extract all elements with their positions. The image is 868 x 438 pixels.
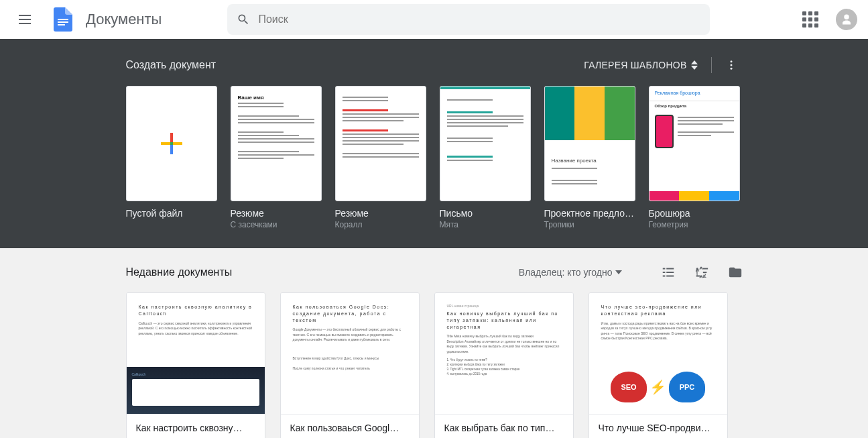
document-thumbnail: Что лучше seo-продвижение или контекстна… — [589, 293, 727, 414]
template-letter-mint[interactable]: Письмо Мята — [440, 86, 531, 229]
document-card[interactable]: Что лучше seo-продвижение или контекстна… — [588, 292, 728, 438]
app-title: Документы — [86, 11, 162, 28]
template-resume-serif[interactable]: Ваше имя Резюме С засечками — [231, 86, 322, 229]
template-gallery-button[interactable]: ГАЛЕРЕЯ ШАБЛОНОВ — [578, 56, 702, 74]
templates-section: Создать документ ГАЛЕРЕЯ ШАБЛОНОВ — [0, 39, 868, 248]
template-subtitle: Коралл — [335, 220, 426, 229]
template-name: Пустой файл — [126, 208, 217, 219]
template-thumb: Название проекта — [544, 86, 635, 201]
lightning-icon: ⚡ — [649, 379, 666, 395]
search-bar[interactable] — [227, 4, 710, 35]
template-subtitle: Геометрия — [649, 220, 740, 229]
owner-filter-label: Владелец: кто угодно — [519, 267, 613, 278]
template-thumb: Ваше имя — [231, 86, 322, 201]
template-name: Резюме — [335, 208, 426, 219]
expand-collapse-icon — [691, 60, 698, 70]
blank-thumb — [126, 86, 217, 201]
template-name: Письмо — [440, 208, 531, 219]
document-title: Как настроить сквозну… — [136, 423, 255, 433]
template-subtitle: Тропики — [544, 220, 635, 229]
document-title: Что лучше SEO-продви… — [599, 423, 718, 433]
svg-point-5 — [730, 68, 732, 70]
document-thumbnail: Как настроить сквозную аналитику в Callt… — [127, 293, 265, 414]
template-thumb — [440, 86, 531, 201]
google-apps-icon[interactable] — [797, 6, 824, 33]
template-blank[interactable]: Пустой файл — [126, 86, 217, 229]
document-card[interactable]: URL новая страница Как новичку выбрать л… — [434, 292, 574, 438]
gallery-button-label: ГАЛЕРЕЯ ШАБЛОНОВ — [584, 60, 686, 70]
document-thumbnail: Как пользоваться Google Docs: создание д… — [281, 293, 419, 414]
template-name: Проектное предло… — [544, 208, 635, 219]
template-thumb — [335, 86, 426, 201]
template-name: Резюме — [231, 208, 322, 219]
svg-point-3 — [730, 60, 732, 62]
recent-section-title: Недавние документы — [126, 266, 233, 278]
svg-text:Z: Z — [702, 273, 706, 279]
template-brochure-geometry[interactable]: Рекламная брошюра Обзор продукта Брошюра — [649, 86, 740, 229]
sort-button[interactable]: AZ — [694, 265, 709, 280]
document-title: Как пользоваься Googl… — [290, 423, 410, 433]
template-resume-coral[interactable]: Резюме Коралл — [335, 86, 426, 229]
dropdown-arrow-icon — [615, 270, 622, 274]
recent-documents-section: Недавние документы Владелец: кто угодно … — [126, 248, 743, 438]
document-card[interactable]: Как настроить сквозную аналитику в Callt… — [126, 292, 265, 438]
template-proposal-tropics[interactable]: Название проекта Проектное предло… Тропи… — [544, 86, 635, 229]
main-menu-button[interactable] — [11, 3, 43, 36]
document-title: Как выбрать бак по тип… — [444, 423, 564, 433]
account-avatar[interactable] — [836, 9, 857, 30]
search-input[interactable] — [258, 13, 700, 25]
list-view-button[interactable] — [661, 265, 676, 280]
template-subtitle: Мята — [440, 220, 531, 229]
templates-more-button[interactable] — [720, 54, 743, 76]
template-subtitle: С засечками — [231, 220, 322, 229]
svg-text:A: A — [695, 267, 699, 273]
svg-rect-1 — [58, 21, 68, 23]
templates-section-title: Создать документ — [126, 59, 216, 71]
template-name: Брошюра — [649, 208, 740, 219]
svg-rect-0 — [58, 19, 68, 20]
template-thumb: Рекламная брошюра Обзор продукта — [649, 86, 740, 201]
svg-rect-2 — [58, 24, 65, 25]
svg-point-4 — [730, 64, 732, 66]
app-header: Документы — [0, 0, 868, 39]
document-card[interactable]: Как пользоваться Google Docs: создание д… — [280, 292, 420, 438]
document-thumbnail: URL новая страница Как новичку выбрать л… — [435, 293, 573, 414]
ppc-badge: PPC — [669, 372, 705, 402]
seo-badge: SEO — [611, 372, 647, 402]
owner-filter-dropdown[interactable]: Владелец: кто угодно — [513, 262, 627, 283]
search-icon — [237, 13, 250, 26]
folder-picker-button[interactable] — [728, 265, 743, 280]
divider — [711, 57, 712, 73]
docs-logo-icon[interactable] — [51, 7, 75, 32]
